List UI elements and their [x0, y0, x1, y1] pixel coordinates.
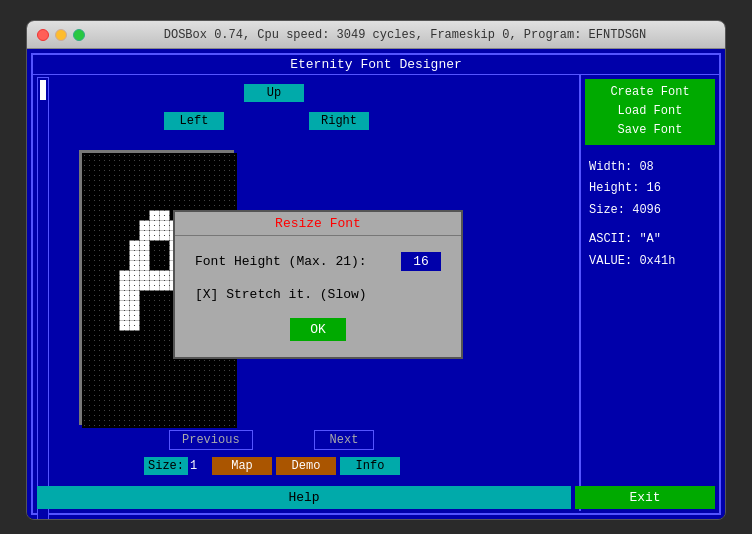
- size-label: Size:: [144, 457, 188, 475]
- right-button[interactable]: Right: [309, 112, 369, 130]
- left-button[interactable]: Left: [164, 112, 224, 130]
- info-button[interactable]: Info: [340, 457, 400, 475]
- resize-font-modal: Resize Font Font Height (Max. 21): [X] S…: [173, 210, 463, 359]
- map-button[interactable]: Map: [212, 457, 272, 475]
- modal-height-row: Font Height (Max. 21):: [195, 252, 441, 271]
- prev-button[interactable]: Previous: [169, 430, 253, 450]
- modal-ok-button[interactable]: OK: [290, 318, 346, 341]
- maximize-button[interactable]: [73, 29, 85, 41]
- left-button-container: Left: [164, 111, 224, 130]
- right-button-container: Right: [309, 111, 369, 130]
- close-button[interactable]: [37, 29, 49, 41]
- modal-height-input[interactable]: [401, 252, 441, 271]
- next-button[interactable]: Next: [314, 430, 374, 450]
- demo-button[interactable]: Demo: [276, 457, 336, 475]
- ascii-info: ASCII: "A": [589, 229, 711, 251]
- up-button[interactable]: Up: [244, 84, 304, 102]
- size-input[interactable]: [188, 457, 208, 475]
- modal-height-label: Font Height (Max. 21):: [195, 254, 401, 269]
- modal-stretch-row[interactable]: [X] Stretch it. (Slow): [195, 287, 441, 302]
- value-info: VALUE: 0x41h: [589, 251, 711, 273]
- prev-button-container: Previous: [169, 430, 253, 450]
- dos-window: DOSBox 0.74, Cpu speed: 3049 cycles, Fra…: [26, 20, 726, 520]
- bottom-bar: Help Exit: [37, 486, 715, 509]
- right-top-actions: Create Font Load Font Save Font: [585, 79, 715, 145]
- size-container: Size:: [144, 457, 208, 475]
- save-font-button[interactable]: Save Font: [589, 121, 711, 140]
- left-scrollbar[interactable]: [37, 77, 49, 520]
- modal-title: Resize Font: [175, 212, 461, 236]
- exit-button[interactable]: Exit: [575, 486, 715, 509]
- help-button[interactable]: Help: [37, 486, 571, 509]
- traffic-lights: [37, 29, 85, 41]
- minimize-button[interactable]: [55, 29, 67, 41]
- dos-content: Eternity Font Designer Up Left: [27, 49, 725, 519]
- title-bar: DOSBox 0.74, Cpu speed: 3049 cycles, Fra…: [27, 21, 725, 49]
- load-font-button[interactable]: Load Font: [589, 102, 711, 121]
- right-info: Width: 08 Height: 16 Size: 4096 ASCII: "…: [585, 153, 715, 277]
- up-button-container: Up: [244, 83, 304, 102]
- window-title: DOSBox 0.74, Cpu speed: 3049 cycles, Fra…: [95, 28, 715, 42]
- scrollbar-thumb: [40, 80, 46, 100]
- bottom-toolbar: Size: Map Demo Info: [144, 457, 400, 475]
- size-info: Size: 4096: [589, 200, 711, 222]
- modal-body: Font Height (Max. 21): [X] Stretch it. (…: [175, 236, 461, 357]
- width-info: Width: 08: [589, 157, 711, 179]
- dos-inner: Eternity Font Designer Up Left: [31, 53, 721, 515]
- height-info: Height: 16: [589, 178, 711, 200]
- create-font-button[interactable]: Create Font: [589, 83, 711, 102]
- right-panel: Create Font Load Font Save Font Width: 0…: [579, 75, 719, 511]
- dos-title: Eternity Font Designer: [33, 55, 719, 75]
- next-button-container: Next: [314, 430, 374, 450]
